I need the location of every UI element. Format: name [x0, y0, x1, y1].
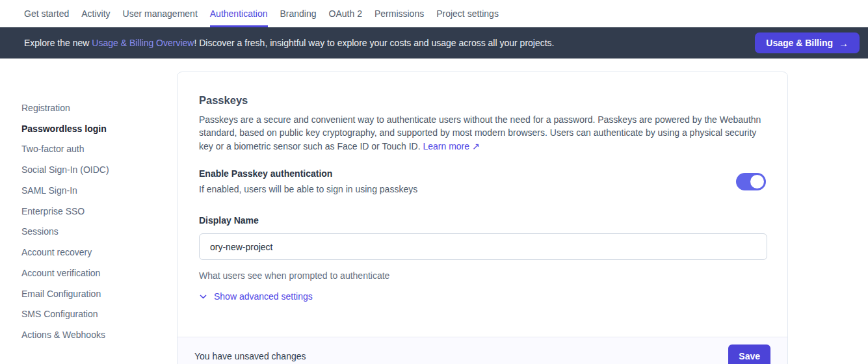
sidebar-item-account-verification[interactable]: Account verification [21, 263, 109, 283]
passkeys-settings-card: Passkeys Passkeys are a secure and conve… [177, 72, 788, 364]
sidebar-item-passwordless-login[interactable]: Passwordless login [21, 118, 109, 139]
sidebar-item-saml-sign-in[interactable]: SAML Sign-In [21, 180, 109, 201]
tab-get-started[interactable]: Get started [24, 0, 69, 27]
show-advanced-settings-link[interactable]: Show advanced settings [199, 291, 313, 302]
banner-text-suffix: ! Discover a fresh, insightful way to ex… [194, 38, 554, 48]
display-name-input[interactable] [199, 233, 767, 260]
enable-passkey-toggle[interactable] [736, 173, 766, 190]
sidebar-item-social-sign-in-oidc[interactable]: Social Sign-In (OIDC) [21, 159, 109, 180]
sidebar-item-actions-webhooks[interactable]: Actions & Webhooks [21, 324, 109, 345]
unsaved-changes-text: You have unsaved changes [194, 344, 306, 364]
display-name-label: Display Name [199, 215, 259, 226]
enable-passkey-row: Enable Passkey authentication If enabled… [199, 167, 766, 196]
enable-passkey-help: If enabled, users will be able to sign i… [199, 183, 736, 196]
learn-more-label: Learn more [423, 141, 469, 151]
auth-settings-sidebar: Registration Passwordless login Two-fact… [21, 98, 109, 345]
arrow-right-icon: → [839, 38, 848, 49]
tab-permissions[interactable]: Permissions [375, 0, 424, 27]
enable-passkey-label: Enable Passkey authentication [199, 167, 736, 180]
toggle-knob [750, 175, 764, 188]
usage-billing-overview-link[interactable]: Usage & Billing Overview [92, 38, 194, 48]
sidebar-item-sms-configuration[interactable]: SMS Configuration [21, 304, 109, 325]
unsaved-changes-bar: You have unsaved changes Save [178, 337, 787, 364]
show-advanced-settings-label: Show advanced settings [214, 291, 313, 302]
banner-message: Explore the new Usage & Billing Overview… [24, 38, 755, 48]
display-name-field: Display Name What users see when prompte… [199, 214, 766, 282]
sidebar-item-two-factor-auth[interactable]: Two-factor auth [21, 139, 109, 160]
tab-oauth2[interactable]: OAuth 2 [329, 0, 362, 27]
chevron-down-icon [199, 292, 207, 301]
tab-branding[interactable]: Branding [280, 0, 317, 27]
tab-user-management[interactable]: User management [123, 0, 198, 27]
passkeys-description-text: Passkeys are a secure and convenient way… [199, 114, 761, 151]
usage-billing-banner: Explore the new Usage & Billing Overview… [0, 27, 868, 58]
external-link-arrow-icon: ↗ [472, 141, 480, 151]
sidebar-item-registration[interactable]: Registration [21, 98, 109, 118]
usage-billing-button[interactable]: Usage & Billing → [755, 32, 860, 53]
top-nav: Get started Activity User management Aut… [0, 0, 868, 27]
learn-more-link[interactable]: Learn more ↗ [423, 141, 479, 151]
save-button[interactable]: Save [728, 344, 770, 364]
tab-authentication[interactable]: Authentication [210, 0, 268, 27]
tab-activity[interactable]: Activity [81, 0, 110, 27]
sidebar-item-account-recovery[interactable]: Account recovery [21, 242, 109, 263]
passkeys-description: Passkeys are a secure and convenient way… [199, 113, 766, 153]
enable-passkey-texts: Enable Passkey authentication If enabled… [199, 167, 736, 196]
sidebar-item-sessions[interactable]: Sessions [21, 222, 109, 242]
page-title: Passkeys [199, 94, 766, 107]
sidebar-item-enterprise-sso[interactable]: Enterprise SSO [21, 201, 109, 222]
usage-billing-button-label: Usage & Billing [766, 38, 833, 48]
sidebar-item-email-configuration[interactable]: Email Configuration [21, 283, 109, 304]
display-name-help: What users see when prompted to authenti… [199, 269, 766, 282]
banner-text-prefix: Explore the new [24, 38, 92, 48]
tab-project-settings[interactable]: Project settings [436, 0, 499, 27]
